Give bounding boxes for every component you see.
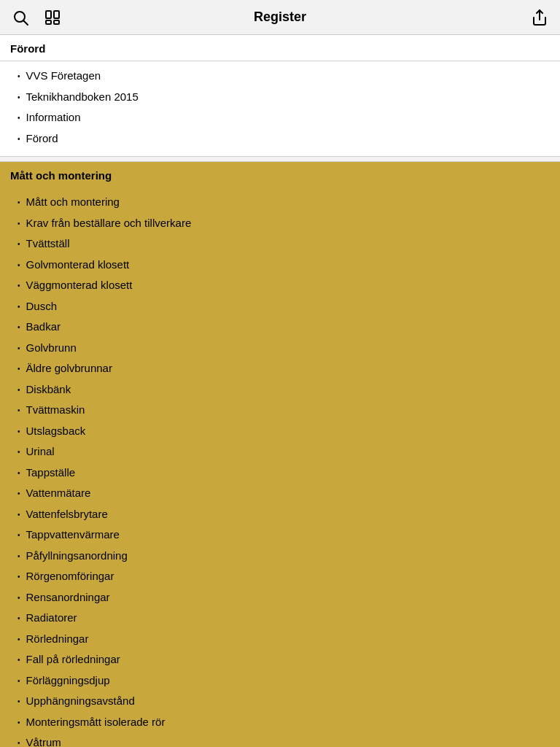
list-item[interactable]: •Golvbrunn [0, 338, 560, 359]
list-item-label: Urinal [26, 444, 55, 460]
list-item-label: Rörledningar [26, 631, 89, 648]
list-item[interactable]: •Urinal [0, 441, 560, 462]
svg-line-1 [24, 20, 28, 25]
list-item-label: Krav från beställare och tillverkare [26, 215, 192, 232]
bullet-icon: • [18, 280, 20, 291]
bullet-icon: • [18, 405, 20, 416]
list-item[interactable]: •Rörledningar [0, 629, 560, 650]
list-item[interactable]: •Vattenmätare [0, 483, 560, 504]
svg-rect-2 [46, 11, 51, 18]
list-item[interactable]: •Tvättställ [0, 233, 560, 255]
list-item-label: Våtrum [26, 735, 61, 747]
bullet-icon: • [18, 676, 20, 686]
bullet-icon: • [18, 592, 20, 603]
section-matt-montering: Mått och montering•Mått och montering•Kr… [0, 162, 560, 747]
list-item-label: Tappställe [26, 465, 76, 481]
list-item-label: Vattenfelsbrytare [26, 506, 108, 523]
bullet-icon: • [18, 509, 20, 520]
section-items-matt-montering: •Mått och montering•Krav från beställare… [0, 187, 560, 747]
bullet-icon: • [18, 738, 20, 747]
list-item[interactable]: •Golvmonterad klosett [0, 255, 560, 276]
list-item-label: Dusch [26, 298, 58, 315]
list-item-label: Förord [26, 131, 58, 147]
list-item-label: Tvättställ [26, 236, 70, 252]
list-item[interactable]: •Förord [0, 128, 560, 150]
list-item-label: Golvmonterad klosett [26, 257, 130, 274]
bullet-icon: • [18, 301, 20, 312]
list-item[interactable]: •Tappställe [0, 462, 560, 484]
bullet-icon: • [18, 92, 20, 103]
bullet-icon: • [18, 239, 20, 249]
bullet-icon: • [18, 384, 20, 395]
list-item[interactable]: •Information [0, 107, 560, 128]
list-item-label: Påfyllningsanordning [26, 548, 128, 565]
list-item[interactable]: •Utslagsback [0, 421, 560, 442]
list-item[interactable]: •VVS Företagen [0, 66, 560, 87]
bullet-icon: • [18, 112, 20, 123]
list-item-label: Badkar [26, 319, 61, 336]
bullet-icon: • [18, 426, 20, 437]
list-item-label: Väggmonterad klosett [26, 277, 133, 294]
list-item-label: Radiatorer [26, 610, 77, 627]
list-item[interactable]: •Radiatorer [0, 608, 560, 629]
bullet-icon: • [18, 530, 20, 541]
list-item-label: Mått och montering [26, 194, 120, 211]
list-item-label: Monteringsmått isolerade rör [26, 714, 166, 731]
svg-rect-4 [46, 20, 51, 24]
list-item[interactable]: •Våtrum [0, 732, 560, 747]
section-header-matt-montering: Mått och montering [0, 162, 560, 187]
list-item[interactable]: •Mått och montering [0, 192, 560, 213]
bullet-icon: • [18, 343, 20, 354]
list-item-label: Diskbänk [26, 382, 71, 398]
list-item-label: Tvättmaskin [26, 402, 85, 419]
list-item[interactable]: •Upphängningsavstånd [0, 691, 560, 712]
svg-rect-3 [54, 11, 59, 18]
list-item[interactable]: •Rörgenomföringar [0, 566, 560, 587]
bullet-icon: • [18, 654, 20, 665]
search-button[interactable] [10, 7, 31, 28]
list-item-label: Upphängningsavstånd [26, 693, 135, 710]
bullet-icon: • [18, 613, 20, 624]
top-bar-right-icons [529, 7, 550, 28]
bullet-icon: • [18, 218, 20, 229]
bullet-icon: • [18, 133, 20, 144]
list-item[interactable]: •Diskbänk [0, 379, 560, 400]
list-item[interactable]: •Rensanordningar [0, 587, 560, 608]
list-item-label: Rörgenomföringar [26, 568, 114, 585]
list-item[interactable]: •Krav från beställare och tillverkare [0, 213, 560, 234]
list-item-label: Golvbrunn [26, 340, 77, 357]
list-item[interactable]: •Påfyllningsanordning [0, 546, 560, 567]
share-button[interactable] [529, 7, 550, 28]
list-item[interactable]: •Tvättmaskin [0, 400, 560, 421]
list-item[interactable]: •Teknikhandboken 2015 [0, 87, 560, 108]
bullet-icon: • [18, 260, 20, 271]
page-title: Register [254, 9, 306, 25]
list-item-label: Äldre golvbrunnar [26, 360, 112, 377]
bullet-icon: • [18, 197, 20, 208]
list-item-label: Vattenmätare [26, 485, 91, 502]
list-item[interactable]: •Fall på rörledningar [0, 649, 560, 670]
list-item[interactable]: •Dusch [0, 296, 560, 317]
list-item-label: Förläggningsdjup [26, 673, 110, 689]
bullet-icon: • [18, 71, 20, 82]
list-item-label: Teknikhandboken 2015 [26, 89, 139, 106]
list-item-label: Utslagsback [26, 423, 86, 440]
list-item-label: Tappvattenvärmare [26, 527, 120, 543]
list-item[interactable]: •Vattenfelsbrytare [0, 504, 560, 525]
list-item[interactable]: •Äldre golvbrunnar [0, 358, 560, 379]
list-item[interactable]: •Tappvattenvärmare [0, 525, 560, 546]
bullet-icon: • [18, 717, 20, 728]
bookmarks-button[interactable] [42, 7, 63, 28]
list-item[interactable]: •Väggmonterad klosett [0, 275, 560, 296]
list-item-label: Rensanordningar [26, 589, 110, 606]
list-item-label: VVS Företagen [26, 68, 101, 85]
list-item[interactable]: •Monteringsmått isolerade rör [0, 712, 560, 733]
section-items-forord: •VVS Företagen•Teknikhandboken 2015•Info… [0, 61, 560, 156]
bullet-icon: • [18, 363, 20, 374]
section-header-forord: Förord [0, 35, 560, 61]
section-forord: Förord•VVS Företagen•Teknikhandboken 201… [0, 35, 560, 156]
list-item[interactable]: •Förläggningsdjup [0, 670, 560, 692]
top-bar: Register [0, 0, 560, 35]
list-item[interactable]: •Badkar [0, 317, 560, 338]
bullet-icon: • [18, 446, 20, 457]
